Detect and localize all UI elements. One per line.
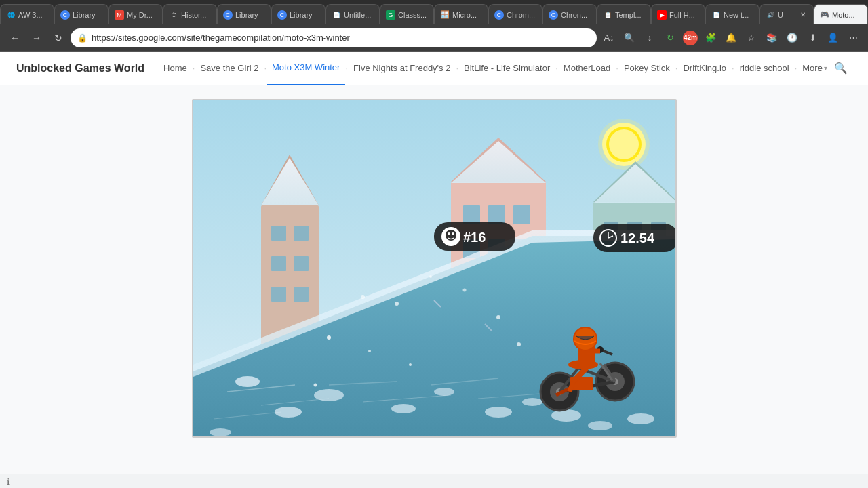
download-button[interactable]: ⬇: [803, 28, 822, 47]
more-button[interactable]: ⋯: [844, 28, 863, 47]
svg-point-51: [235, 376, 260, 387]
tab-youtube-label: Full H...: [669, 11, 695, 19]
svg-point-54: [391, 404, 416, 413]
tab-templates-label: Templ...: [615, 11, 642, 19]
tab-aw[interactable]: 🌐 AW 3...: [0, 4, 54, 24]
game-scene: #16 12.54 11: [193, 100, 677, 438]
tab-moto-active[interactable]: 🎮 Moto...: [814, 4, 868, 24]
site-main: #16 12.54 11: [0, 85, 868, 488]
nav-moto-x3m[interactable]: Moto X3M Winter: [267, 52, 345, 85]
svg-rect-10: [271, 256, 286, 271]
extension3-button[interactable]: 🔔: [722, 28, 741, 47]
scroll-button[interactable]: ↕: [640, 28, 659, 47]
tab-library1-favicon: C: [60, 10, 70, 20]
nav-bitlife-label: BitLife - Life Simulator: [464, 63, 550, 73]
nav-save-girl[interactable]: Save the Girl 2: [195, 52, 264, 85]
tab-microsoft[interactable]: 🪟 Micro...: [434, 4, 488, 24]
nav-more[interactable]: More ▾: [797, 52, 830, 85]
tab-library1[interactable]: C Library: [54, 4, 108, 24]
site-logo[interactable]: Unblocked Games World: [16, 62, 144, 75]
site-search-button[interactable]: 🔍: [830, 58, 852, 79]
svg-point-110: [409, 363, 412, 366]
nav-home[interactable]: Home: [158, 52, 193, 85]
svg-point-113: [517, 342, 521, 346]
tab-templates[interactable]: 📋 Templ...: [597, 4, 651, 24]
forward-button[interactable]: →: [27, 28, 46, 47]
nav-home-label: Home: [163, 63, 187, 73]
site-nav: Home · Save the Girl 2 · Moto X3M Winter…: [158, 52, 830, 85]
tab-chrome2-label: Chrom...: [507, 11, 535, 19]
back-button[interactable]: ←: [5, 28, 24, 47]
tab-classroom-label: Classs...: [398, 11, 427, 19]
tab-history[interactable]: ⏱ Histor...: [163, 4, 217, 24]
tab-youtube[interactable]: ▶ Full H...: [651, 4, 705, 24]
search-lens-button[interactable]: 🔍: [620, 28, 639, 47]
nav-pokey-stick[interactable]: Pokey Stick: [618, 52, 675, 85]
svg-point-4: [598, 119, 650, 170]
refresh-button[interactable]: ↻: [49, 28, 68, 47]
svg-point-65: [429, 275, 432, 278]
tab-newtab[interactable]: 📄 New t...: [705, 4, 760, 24]
tab-mydr-label: My Dr...: [127, 11, 153, 19]
tab-u[interactable]: 🔊 U ✕: [760, 4, 814, 24]
tab-mydr[interactable]: M My Dr...: [108, 4, 163, 24]
extension2-button[interactable]: 🧩: [701, 28, 720, 47]
tab-moto-label: Moto...: [832, 11, 855, 19]
svg-point-53: [275, 407, 302, 418]
svg-point-57: [522, 398, 542, 406]
nav-bitlife[interactable]: BitLife - Life Simulator: [458, 52, 555, 85]
tab-templates-favicon: 📋: [603, 10, 612, 20]
tab-moto-favicon: 🎮: [820, 10, 829, 20]
site-header: Unblocked Games World Home · Save the Gi…: [0, 52, 868, 85]
svg-point-109: [327, 336, 331, 340]
tab-library2[interactable]: C Library: [217, 4, 271, 24]
nav-pokey-stick-label: Pokey Stick: [624, 63, 670, 73]
svg-point-56: [485, 407, 512, 418]
nav-motherload-label: MotherLoad: [564, 63, 610, 73]
svg-rect-19: [513, 205, 530, 224]
tab-u-close[interactable]: ✕: [798, 10, 808, 20]
game-container[interactable]: #16 12.54 11: [192, 99, 677, 438]
svg-rect-9: [294, 226, 309, 241]
nav-riddle-school[interactable]: riddle school: [734, 52, 795, 85]
info-icon: ℹ: [7, 476, 10, 487]
tab-history-label: Histor...: [181, 11, 206, 19]
nav-moto-x3m-label: Moto X3M Winter: [272, 62, 340, 73]
refresh-circle-button[interactable]: ↻: [660, 28, 679, 47]
profile-button[interactable]: 👤: [823, 28, 842, 47]
info-bar: ℹ: [0, 474, 868, 488]
tab-newtab-label: New t...: [724, 11, 749, 19]
nav-fnaf[interactable]: Five Nights at Freddy's 2: [348, 52, 456, 85]
svg-rect-17: [463, 205, 480, 224]
nav-riddle-school-label: riddle school: [740, 63, 789, 73]
tab-classroom[interactable]: G Classs...: [380, 4, 434, 24]
site-content: Unblocked Games World Home · Save the Gi…: [0, 52, 868, 488]
svg-point-55: [434, 388, 454, 396]
svg-point-52: [314, 389, 344, 401]
tab-library1-label: Library: [73, 11, 96, 19]
tab-untitled[interactable]: 📄 Untitle...: [326, 4, 380, 24]
tab-mydr-favicon: M: [115, 10, 124, 20]
svg-point-59: [588, 421, 612, 430]
tab-library3[interactable]: C Library: [271, 4, 326, 24]
extension-badge-button[interactable]: 42m: [681, 28, 700, 47]
nav-more-label: More: [802, 63, 823, 73]
tab-chron[interactable]: C Chron...: [542, 4, 597, 24]
nav-driftking[interactable]: DriftKing.io: [677, 52, 732, 85]
svg-point-64: [496, 315, 500, 319]
nav-fnaf-label: Five Nights at Freddy's 2: [353, 63, 450, 73]
address-bar[interactable]: 🔒 https://sites.google.com/site/thegamec…: [71, 28, 597, 47]
tab-u-favicon: 🔊: [766, 10, 775, 20]
star-button[interactable]: ☆: [742, 28, 761, 47]
collection-button[interactable]: 📚: [762, 28, 781, 47]
nav-motherload[interactable]: MotherLoad: [558, 52, 616, 85]
translate-button[interactable]: A↕: [599, 28, 618, 47]
tab-history-favicon: ⏱: [169, 10, 178, 20]
lock-icon: 🔒: [77, 33, 87, 43]
tab-newtab-favicon: 📄: [711, 10, 721, 20]
svg-point-61: [210, 428, 231, 436]
tab-chrome2[interactable]: C Chrom...: [488, 4, 542, 24]
svg-point-66: [361, 295, 365, 299]
address-text: https://sites.google.com/site/thegamecom…: [92, 33, 590, 43]
history-button[interactable]: 🕐: [783, 28, 802, 47]
